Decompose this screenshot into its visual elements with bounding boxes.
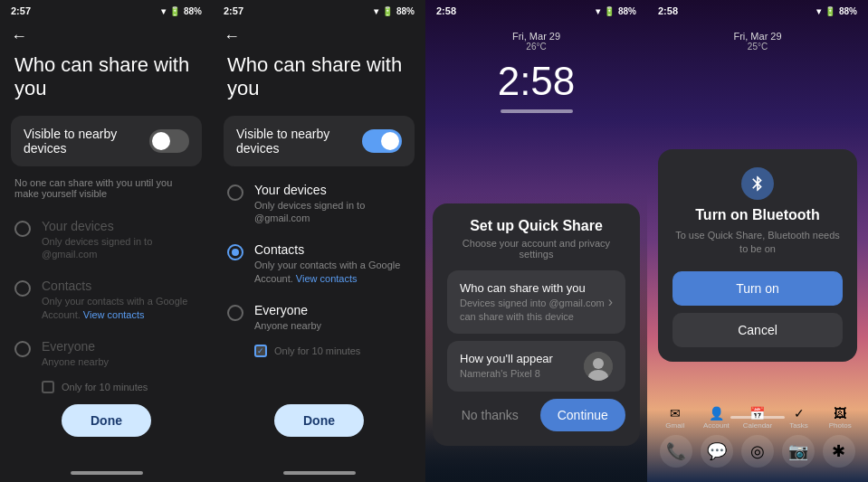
dock-phone[interactable]: 📞: [660, 435, 692, 468]
visibility-toggle-2[interactable]: [362, 129, 402, 153]
radio-content-everyone-2: Everyone Anyone nearby: [254, 303, 411, 332]
status-icons-1: ▾ 🔋 88%: [161, 6, 202, 16]
qs-subtitle: Choose your account and privacy settings: [447, 238, 625, 260]
camera-icon: 📷: [788, 441, 808, 461]
option-everyone-1: Everyone Anyone nearby: [0, 330, 213, 377]
qs-card-body-1: Devices signed into @gmail.com can share…: [460, 297, 608, 323]
bottom-bar-2: [283, 471, 356, 475]
cancel-bluetooth-button[interactable]: Cancel: [672, 313, 843, 347]
done-button-2[interactable]: Done: [274, 404, 364, 437]
gmail-icon: ✉: [670, 406, 681, 421]
radio-your-devices-1: [14, 221, 31, 237]
option-contacts-1: Contacts Only your contacts with a Googl…: [0, 269, 213, 330]
view-contacts-link-1[interactable]: View contacts: [83, 309, 145, 320]
lock-weather-4: 25°C: [748, 42, 768, 52]
bluetooth-dialog: Turn on Bluetooth To use Quick Share, Bl…: [658, 149, 857, 362]
bluetooth-icon: [749, 175, 767, 193]
bt-dialog-title: Turn on Bluetooth: [672, 207, 843, 223]
radio-content-contacts-1: Contacts Only your contacts with a Googl…: [42, 279, 198, 321]
time-4: 2:58: [658, 5, 678, 16]
status-icons-3: ▾ 🔋 88%: [596, 6, 636, 16]
bluetooth-icon-circle: [741, 167, 774, 200]
bt-dialog-body: To use Quick Share, Bluetooth needs to b…: [672, 229, 843, 257]
option-contacts-2[interactable]: Contacts Only your contacts with a Googl…: [213, 233, 425, 294]
phone-icon: 📞: [666, 441, 686, 461]
toggle-row-2: Visible to nearby devices: [224, 116, 415, 166]
radio-content-everyone-1: Everyone Anyone nearby: [42, 339, 198, 368]
radio-subtitle-1: Only devices signed in to @gmail.com: [42, 235, 198, 261]
option-everyone-2[interactable]: Everyone Anyone nearby: [213, 294, 425, 341]
device-avatar: [584, 352, 613, 381]
back-button-1[interactable]: ←: [0, 20, 213, 50]
panel-quick-share-setup: 2:58 ▾ 🔋 88% Fri, Mar 29 26°C 2:58 Set u…: [425, 0, 647, 482]
taskbar-photos[interactable]: 🖼 Photos: [826, 404, 854, 431]
visibility-toggle-1[interactable]: [149, 129, 189, 153]
no-thanks-button[interactable]: No thanks: [447, 399, 533, 431]
radio-everyone-2: [227, 305, 243, 321]
checkbox-10min-2[interactable]: ✓: [254, 345, 267, 357]
radio-subtitle-contacts-1: Only your contacts with a Google Account…: [42, 295, 198, 321]
taskbar-tasks-label: Tasks: [789, 421, 807, 430]
dock-4: 📞 💬 ◎ 📷 ✱: [647, 430, 868, 473]
battery-pct-4: 88%: [839, 6, 857, 16]
qs-card-left-1: Who can share with you Devices signed in…: [460, 281, 608, 323]
qs-appear-card[interactable]: How you'll appear Namerah's Pixel 8: [447, 341, 625, 392]
taskbar-calendar-label: Calendar: [743, 421, 772, 430]
status-bar-2: 2:57 ▾ 🔋 88%: [213, 0, 425, 20]
wifi-icon-3: ▾: [596, 6, 600, 16]
battery-icon-3: 🔋: [604, 6, 615, 16]
done-button-1[interactable]: Done: [62, 404, 151, 437]
tasks-icon: ✓: [794, 406, 805, 421]
panel-who-can-share-toggle-off: 2:57 ▾ 🔋 88% ← Who can share withyou Vis…: [0, 0, 213, 482]
taskbar-account-label: Account: [703, 421, 730, 430]
no-share-text: No one can share with you until you make…: [0, 174, 213, 210]
back-button-2[interactable]: ←: [213, 20, 425, 50]
status-bar-3: 2:58 ▾ 🔋 88%: [425, 0, 647, 20]
lock-screen-3: Fri, Mar 29 26°C 2:58: [425, 20, 647, 104]
radio-your-devices-2: [227, 184, 243, 201]
radio-subtitle-your-devices-2: Only devices signed in to @gmail.com: [254, 199, 411, 225]
dock-chrome[interactable]: ◎: [741, 435, 774, 468]
option-your-devices-2[interactable]: Your devices Only devices signed in to @…: [213, 174, 425, 234]
taskbar-tasks[interactable]: ✓ Tasks: [786, 404, 813, 431]
chrome-icon: ◎: [750, 441, 765, 461]
radio-content-your-devices-2: Your devices Only devices signed in to @…: [254, 183, 411, 225]
bottom-bar-4: [730, 416, 785, 419]
battery-pct-1: 88%: [184, 6, 202, 16]
qs-title: Set up Quick Share: [447, 218, 625, 234]
taskbar-gmail[interactable]: ✉ Gmail: [662, 404, 689, 431]
status-icons-4: ▾ 🔋 88%: [816, 6, 857, 16]
qs-who-can-share-card[interactable]: Who can share with you Devices signed in…: [447, 270, 625, 334]
lock-screen-4: Fri, Mar 29 25°C: [647, 20, 868, 52]
svg-point-1: [593, 358, 604, 369]
dock-share[interactable]: ✱: [823, 435, 855, 468]
status-bar-4: 2:58 ▾ 🔋 88%: [647, 0, 868, 20]
radio-subtitle-everyone-1: Anyone nearby: [42, 355, 198, 368]
lock-date-3: Fri, Mar 29: [512, 31, 560, 42]
dock-camera[interactable]: 📷: [782, 435, 815, 468]
status-icons-2: ▾ 🔋 88%: [374, 6, 415, 16]
radio-contacts-2: [227, 244, 243, 260]
view-contacts-link-2[interactable]: View contacts: [296, 273, 358, 284]
avatar-svg: [584, 352, 613, 381]
wifi-icon-1: ▾: [161, 6, 166, 16]
dock-messages[interactable]: 💬: [701, 435, 733, 468]
qs-card-title-1: Who can share with you: [460, 281, 608, 295]
battery-icon-4: 🔋: [825, 6, 835, 16]
turn-on-bluetooth-button[interactable]: Turn on: [672, 271, 843, 306]
photos-icon: 🖼: [834, 406, 846, 421]
page-title-1: Who can share withyou: [0, 50, 213, 116]
email-1: @gmail.com: [42, 249, 97, 260]
battery-icon-2: 🔋: [382, 6, 393, 16]
continue-button[interactable]: Continue: [540, 399, 626, 431]
qs-card-left-2: How you'll appear Namerah's Pixel 8: [460, 352, 553, 380]
taskbar-account[interactable]: 👤 Account: [702, 404, 730, 431]
chevron-right-icon-1: ›: [608, 294, 613, 310]
page-title-2: Who can share withyou: [213, 50, 425, 116]
qs-button-row: No thanks Continue: [447, 399, 625, 431]
radio-everyone-1: [14, 341, 31, 357]
bottom-bar-3: [501, 109, 573, 113]
panel-bluetooth-dialog: 2:58 ▾ 🔋 88% Fri, Mar 29 25°C Turn on Bl…: [647, 0, 868, 482]
option-your-devices-1: Your devices Only devices signed in to @…: [0, 210, 213, 270]
radio-title-contacts-2: Contacts: [254, 242, 411, 257]
